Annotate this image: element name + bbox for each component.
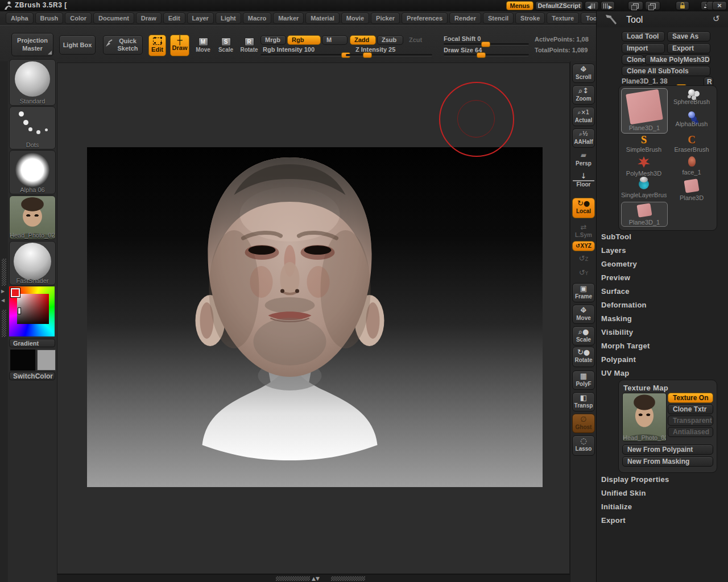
rotate-z-icon[interactable]: ↺Z [572, 253, 595, 267]
import-button[interactable]: Import [622, 43, 665, 53]
local-button[interactable]: ↻●Local [572, 198, 595, 218]
switch-color-button[interactable]: SwitchColor [9, 372, 55, 380]
menu-light[interactable]: Light [216, 13, 241, 24]
clone-all-subtools-button[interactable]: Clone All SubTools [622, 66, 710, 76]
section-layers[interactable]: Layers [601, 246, 626, 255]
section-geometry[interactable]: Geometry [601, 260, 637, 268]
texture-map-header[interactable]: Texture Map [623, 384, 668, 392]
scale-gyro-button[interactable]: S Scale [217, 36, 235, 53]
tool-thumbnail[interactable]: face_1 [669, 156, 714, 178]
dock-right-button[interactable] [645, 1, 660, 10]
persp-button[interactable]: ≡Persp [572, 150, 595, 169]
tool-thumbnail[interactable]: S SimpleBrush [621, 134, 667, 155]
rgb-intensity-slider[interactable] [260, 54, 351, 56]
divider-grip[interactable] [2, 259, 6, 286]
floor-button[interactable]: ↓Floor [572, 172, 595, 191]
menu-brush[interactable]: Brush [35, 13, 64, 24]
zcut-button[interactable]: Zcut [404, 35, 431, 45]
antialiased-button[interactable]: Antialiased [668, 427, 713, 437]
menus-button[interactable]: Menus [506, 1, 533, 10]
menu-stroke[interactable]: Stroke [515, 13, 545, 24]
bottom-tray-divider[interactable]: ▲▼ [57, 574, 570, 582]
draw-size-slider[interactable] [444, 54, 529, 56]
menu-texture[interactable]: Texture [547, 13, 579, 24]
lasso-button[interactable]: ◌Lasso [572, 435, 595, 456]
ghost-button[interactable]: ∅Ghost [572, 414, 595, 433]
draw-button[interactable]: ┼ Draw [170, 35, 189, 56]
section-masking[interactable]: Masking [601, 314, 632, 323]
scroll-button[interactable]: ↔↕Scroll [572, 64, 595, 83]
current-stroke-tile[interactable]: Dots [9, 106, 56, 149]
transparent-button[interactable]: Transparent [668, 415, 713, 426]
focal-shift-slider[interactable] [444, 43, 529, 45]
section-subtool[interactable]: SubTool [601, 232, 631, 241]
new-from-masking-button[interactable]: New From Masking [622, 456, 713, 467]
texture-on-button[interactable]: Texture On [668, 393, 713, 403]
light-box-button[interactable]: Light Box [59, 35, 96, 55]
frame-button[interactable]: ▣Frame [572, 283, 595, 302]
move-gyro-button[interactable]: M Move [194, 36, 212, 53]
rotate-gyro-button[interactable]: R Rotate [239, 36, 259, 53]
zadd-button[interactable]: Zadd [350, 35, 376, 45]
clone-texture-button[interactable]: Clone Txtr [668, 404, 713, 414]
draw-size-handle[interactable] [477, 52, 486, 58]
close-button[interactable]: × [712, 1, 727, 10]
section-morph-target[interactable]: Morph Target [601, 342, 650, 350]
gradient-button[interactable]: Gradient [9, 339, 55, 347]
menu-material[interactable]: Material [305, 13, 340, 24]
menu-macro[interactable]: Macro [243, 13, 271, 24]
make-polymesh3d-button[interactable]: Make PolyMesh3D [645, 55, 710, 65]
section-unified-skin[interactable]: Unified Skin [601, 489, 646, 497]
section-display-properties[interactable]: Display Properties [601, 475, 669, 484]
section-export[interactable]: Export [601, 516, 626, 525]
tool-thumbnail[interactable]: AlphaBrush [669, 110, 714, 132]
rgb-button[interactable]: Rgb [287, 35, 321, 45]
current-material-tile[interactable]: FastShader [9, 241, 56, 285]
transparency-button[interactable]: ◧Transp [572, 392, 595, 411]
menu-document[interactable]: Document [93, 13, 134, 24]
section-visibility[interactable]: Visibility [601, 328, 633, 336]
color-picker[interactable] [9, 286, 55, 336]
canvas[interactable] [57, 63, 570, 574]
rotate-3d-button[interactable]: ↻●Rotate [572, 347, 595, 367]
m-button[interactable]: M [322, 35, 348, 45]
dock-left-button[interactable] [628, 1, 643, 10]
menu-stencil[interactable]: Stencil [483, 13, 514, 24]
texture-map-thumbnail[interactable]: Head_Photo_027 [622, 393, 667, 442]
menu-edit[interactable]: Edit [163, 13, 185, 24]
menu-color[interactable]: Color [65, 13, 92, 24]
section-preview[interactable]: Preview [601, 273, 630, 282]
main-color-swatch[interactable] [10, 349, 36, 371]
tool-thumbnail[interactable]: Plane3D [669, 179, 714, 201]
saturation-value-square[interactable] [17, 294, 49, 324]
current-brush-tile[interactable]: Standard [9, 59, 56, 106]
current-alpha-tile[interactable]: Alpha 06 [9, 150, 56, 194]
left-tray-divider[interactable]: ▶ ◀ [0, 61, 9, 582]
section-uv-map[interactable]: UV Map [601, 369, 629, 377]
document-area[interactable] [87, 147, 543, 487]
divider-grip[interactable] [2, 310, 6, 337]
lock-button[interactable] [676, 1, 689, 10]
zsub-button[interactable]: Zsub [377, 35, 403, 45]
reload-icon[interactable]: ↺ [713, 14, 720, 24]
polyframe-button[interactable]: ▦PolyF [572, 371, 595, 390]
menu-picker[interactable]: Picker [371, 13, 400, 24]
menu-marker[interactable]: Marker [273, 13, 304, 24]
save-as-button[interactable]: Save As [667, 31, 710, 41]
section-initialize[interactable]: Initialize [601, 502, 632, 511]
divider-grip[interactable] [331, 576, 365, 581]
section-deformation[interactable]: Deformation [601, 301, 647, 309]
active-tool-thumbnail[interactable]: Plane3D_1 [621, 88, 668, 134]
rotate-y-icon[interactable]: ↺Y [572, 267, 595, 281]
clone-button[interactable]: Clone [622, 55, 644, 65]
menu-draw[interactable]: Draw [136, 13, 162, 24]
tray-open-arrow-icon[interactable]: ▶ [1, 289, 5, 294]
quick-sketch-button[interactable]: Quick Sketch [103, 35, 143, 55]
tool-thumbnail[interactable]: SphereBrush [669, 88, 714, 110]
actual-button[interactable]: ⌕×1Actual [572, 107, 595, 126]
new-from-polypaint-button[interactable]: New From Polypaint [622, 444, 713, 455]
tray-up-down-arrows-icon[interactable]: ▲▼ [312, 575, 320, 582]
export-tool-button[interactable]: Export [667, 43, 710, 53]
menu-alpha[interactable]: Alpha [6, 13, 34, 24]
move-3d-button[interactable]: ↔↕Move [572, 305, 595, 324]
